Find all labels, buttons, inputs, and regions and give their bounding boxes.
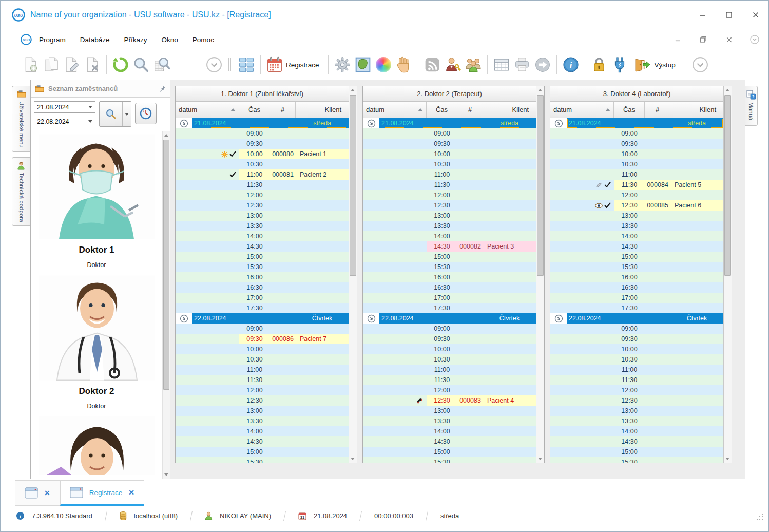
empty-slot[interactable]: 12:30 xyxy=(239,395,349,406)
search-icon[interactable] xyxy=(131,54,151,75)
appointment[interactable]: 12:30 000083 Pacient 4 xyxy=(427,395,536,406)
schedule-slot-row[interactable]: 12:30 xyxy=(176,200,349,211)
header-datum[interactable]: datum xyxy=(550,102,614,118)
schedule-date-row[interactable]: 21.08.2024středa xyxy=(363,118,536,128)
schedule-slot-row[interactable]: 11:00 000081 Pacient 2 xyxy=(176,169,349,180)
empty-slot[interactable]: 11:00 xyxy=(614,365,723,375)
schedule-date-row[interactable]: 22.08.2024Čtvrtek xyxy=(550,313,723,324)
empty-slot[interactable]: 09:00 xyxy=(239,128,349,139)
empty-slot[interactable]: 12:00 xyxy=(614,190,723,200)
hand-icon[interactable] xyxy=(394,54,414,75)
empty-slot[interactable]: 13:30 xyxy=(239,221,349,231)
schedule-slot-row[interactable]: 15:30 xyxy=(363,457,536,463)
empty-slot[interactable]: 14:00 xyxy=(427,231,536,241)
schedule-slot-row[interactable]: 16:30 xyxy=(176,282,349,293)
map-icon[interactable] xyxy=(353,54,373,75)
empty-slot[interactable]: 09:30 xyxy=(427,334,536,344)
empty-slot[interactable]: 10:30 xyxy=(427,159,536,169)
toolbar-overflow-icon[interactable] xyxy=(204,54,224,75)
schedule-slot-row[interactable]: 15:30 xyxy=(550,457,723,463)
schedule-slot-row[interactable]: 11:30 xyxy=(363,375,536,385)
print-icon[interactable] xyxy=(512,54,532,75)
info-icon[interactable]: i xyxy=(561,54,581,75)
empty-slot[interactable]: 14:00 xyxy=(614,231,723,241)
schedule-slot-row[interactable]: 15:30 xyxy=(176,262,349,272)
empty-slot[interactable]: 16:30 xyxy=(239,282,349,293)
empty-slot[interactable]: 15:00 xyxy=(614,447,723,457)
schedule-slot-row[interactable]: 17:00 xyxy=(363,293,536,303)
doctor-card[interactable]: Doktor 2 Doktor xyxy=(39,275,155,416)
schedule-slot-row[interactable]: 12:00 xyxy=(363,190,536,200)
empty-slot[interactable]: 11:30 xyxy=(239,180,349,190)
empty-slot[interactable]: 15:30 xyxy=(614,457,723,463)
schedule-slot-row[interactable]: 11:00 xyxy=(550,365,723,375)
appointment[interactable]: 12:30 000085 Pacient 6 xyxy=(614,200,723,211)
empty-slot[interactable]: 12:00 xyxy=(614,385,723,395)
schedule-slot-row[interactable]: 10:00 xyxy=(550,344,723,354)
schedule-slot-row[interactable]: 13:30 xyxy=(363,416,536,426)
empty-slot[interactable]: 11:30 xyxy=(427,180,536,190)
schedule-slot-row[interactable]: 13:00 xyxy=(550,406,723,416)
schedule-slot-row[interactable]: 14:00 xyxy=(550,231,723,241)
appointment[interactable]: 11:00 000081 Pacient 2 xyxy=(239,169,349,180)
exit-door-icon[interactable] xyxy=(630,54,653,75)
empty-slot[interactable]: 09:30 xyxy=(614,139,723,149)
schedule-slot-row[interactable]: 14:30 xyxy=(176,436,349,447)
empty-slot[interactable]: 09:00 xyxy=(427,128,536,139)
empty-slot[interactable]: 12:00 xyxy=(427,190,536,200)
schedule-slot-row[interactable]: 13:30 xyxy=(363,221,536,231)
empty-slot[interactable]: 16:00 xyxy=(427,272,536,282)
schedule-slot-row[interactable]: 17:00 xyxy=(176,293,349,303)
schedule-slot-row[interactable]: 11:00 xyxy=(363,365,536,375)
empty-slot[interactable]: 13:00 xyxy=(239,406,349,416)
empty-slot[interactable]: 10:00 xyxy=(427,149,536,159)
collapse-day-icon[interactable] xyxy=(554,314,563,323)
schedule-slot-row[interactable]: 11:30 000084 Pacient 5 xyxy=(550,180,723,190)
side-tab-0[interactable]: Uživatelské menu xyxy=(12,86,30,152)
tiles-view-icon[interactable] xyxy=(236,54,257,75)
schedule-slot-row[interactable]: 13:00 xyxy=(550,211,723,221)
empty-slot[interactable]: 15:00 xyxy=(239,252,349,262)
schedule-slot-row[interactable]: 14:00 xyxy=(176,231,349,241)
schedule-slot-row[interactable]: 13:00 xyxy=(176,211,349,221)
schedule-slot-row[interactable]: 15:30 xyxy=(550,262,723,272)
maximize-icon[interactable] xyxy=(723,9,735,21)
toolbar-overflow-icon[interactable] xyxy=(690,54,710,75)
feed-icon[interactable] xyxy=(422,54,443,75)
empty-slot[interactable]: 15:00 xyxy=(427,447,536,457)
users-group-icon[interactable] xyxy=(463,54,484,75)
schedule-scrollbar[interactable] xyxy=(349,86,357,463)
mdi-minimize-icon[interactable] xyxy=(672,34,683,45)
empty-slot[interactable]: 11:00 xyxy=(239,365,349,375)
schedule-slot-row[interactable]: 17:30 xyxy=(176,303,349,313)
header-datum[interactable]: datum xyxy=(363,102,427,118)
menu-item-příkazy[interactable]: Příkazy xyxy=(124,36,147,44)
search-options-arrow[interactable] xyxy=(122,102,131,126)
empty-slot[interactable]: 15:30 xyxy=(427,457,536,463)
empty-slot[interactable]: 12:30 xyxy=(239,200,349,211)
schedule-slot-row[interactable]: 09:00 xyxy=(550,324,723,334)
user-access-icon[interactable] xyxy=(443,54,463,75)
menu-item-okno[interactable]: Okno xyxy=(162,36,178,44)
schedule-slot-row[interactable]: 09:30 xyxy=(550,334,723,344)
schedule-slot-row[interactable]: 11:00 xyxy=(176,365,349,375)
empty-slot[interactable]: 13:30 xyxy=(427,416,536,426)
empty-slot[interactable]: 10:30 xyxy=(239,159,349,169)
schedule-slot-row[interactable]: 09:00 xyxy=(363,324,536,334)
empty-slot[interactable]: 09:30 xyxy=(614,334,723,344)
date-from-select[interactable]: 21.08.2024 xyxy=(34,101,95,113)
schedule-slot-row[interactable]: 12:30 xyxy=(363,200,536,211)
empty-slot[interactable]: 17:00 xyxy=(614,293,723,303)
schedule-slot-row[interactable]: 14:30 xyxy=(550,241,723,252)
schedule-slot-row[interactable]: 12:00 xyxy=(550,190,723,200)
schedule-slot-row[interactable]: 12:00 xyxy=(550,385,723,395)
schedule-slot-row[interactable]: 16:00 xyxy=(550,272,723,282)
empty-slot[interactable]: 10:30 xyxy=(614,354,723,365)
schedule-slot-row[interactable]: 15:30 xyxy=(176,457,349,463)
empty-slot[interactable]: 12:30 xyxy=(614,395,723,406)
schedule-slot-row[interactable]: 10:30 xyxy=(550,354,723,365)
empty-slot[interactable]: 15:30 xyxy=(614,262,723,272)
schedule-slot-row[interactable]: 16:30 xyxy=(363,282,536,293)
empty-slot[interactable]: 14:00 xyxy=(239,231,349,241)
mdi-restore-icon[interactable] xyxy=(698,34,709,45)
